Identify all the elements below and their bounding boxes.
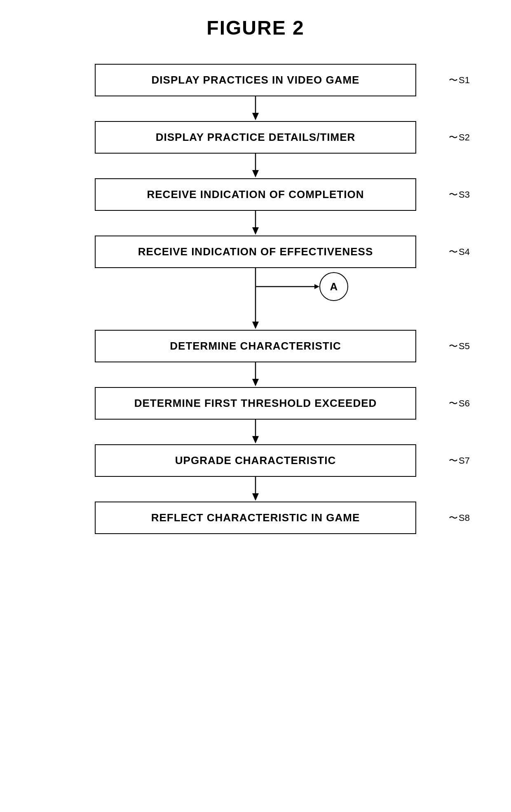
- arrow-3: [247, 211, 264, 236]
- box-s5: DETERMINE CHARACTERISTIC: [95, 330, 416, 362]
- connector-a-label: A: [330, 280, 338, 293]
- label-text-s1: S1: [459, 75, 470, 86]
- step-s4-text: RECEIVE INDICATION OF EFFECTIVENESS: [138, 245, 373, 258]
- label-text-s7: S7: [459, 455, 470, 466]
- step-s7-text: UPGRADE CHARACTERISTIC: [175, 454, 336, 467]
- step-row-s7: UPGRADE CHARACTERISTIC 〜 S7: [70, 444, 441, 477]
- flowchart: DISPLAY PRACTICES IN VIDEO GAME 〜 S1 DIS…: [70, 64, 441, 534]
- box-s2: DISPLAY PRACTICE DETAILS/TIMER: [95, 121, 416, 154]
- step-label-s6: 〜 S6: [449, 397, 470, 410]
- squiggle-s5: 〜: [449, 340, 458, 352]
- step-label-s1: 〜 S1: [449, 74, 470, 86]
- step-row-s3: RECEIVE INDICATION OF COMPLETION 〜 S3: [70, 178, 441, 211]
- arrow-5: [247, 362, 264, 387]
- svg-marker-1: [252, 113, 259, 120]
- figure-title: FIGURE 2: [206, 16, 304, 39]
- svg-marker-14: [252, 436, 259, 443]
- label-text-s4: S4: [459, 247, 470, 257]
- squiggle-s7: 〜: [449, 455, 458, 467]
- label-text-s6: S6: [459, 398, 470, 409]
- arrow-1: [247, 96, 264, 121]
- step-s6-text: DETERMINE FIRST THRESHOLD EXCEEDED: [134, 397, 377, 409]
- step-s3-text: RECEIVE INDICATION OF COMPLETION: [147, 188, 364, 201]
- step-row-s8: REFLECT CHARACTERISTIC IN GAME 〜 S8: [70, 502, 441, 534]
- step-s2-text: DISPLAY PRACTICE DETAILS/TIMER: [156, 131, 356, 143]
- squiggle-s1: 〜: [449, 74, 458, 86]
- step-label-s3: 〜 S3: [449, 189, 470, 201]
- label-text-s2: S2: [459, 132, 470, 143]
- svg-marker-3: [252, 170, 259, 177]
- step-label-s8: 〜 S8: [449, 512, 470, 524]
- svg-marker-16: [252, 493, 259, 501]
- box-s6: DETERMINE FIRST THRESHOLD EXCEEDED: [95, 387, 416, 420]
- step-label-s4: 〜 S4: [449, 246, 470, 258]
- arrow-2: [247, 154, 264, 178]
- step-label-s5: 〜 S5: [449, 340, 470, 352]
- svg-marker-8: [314, 284, 319, 289]
- squiggle-s2: 〜: [449, 131, 458, 144]
- step-row-s2: DISPLAY PRACTICE DETAILS/TIMER 〜 S2: [70, 121, 441, 154]
- connector-a: A: [319, 272, 348, 301]
- step-row-s6: DETERMINE FIRST THRESHOLD EXCEEDED 〜 S6: [70, 387, 441, 420]
- step-row-s1: DISPLAY PRACTICES IN VIDEO GAME 〜 S1: [70, 64, 441, 96]
- label-text-s8: S8: [459, 513, 470, 523]
- step-label-s7: 〜 S7: [449, 455, 470, 467]
- squiggle-s8: 〜: [449, 512, 458, 524]
- label-text-s5: S5: [459, 341, 470, 352]
- label-text-s3: S3: [459, 189, 470, 200]
- squiggle-s6: 〜: [449, 397, 458, 410]
- box-s8: REFLECT CHARACTERISTIC IN GAME: [95, 502, 416, 534]
- svg-marker-10: [252, 322, 259, 329]
- squiggle-s4: 〜: [449, 246, 458, 258]
- svg-marker-12: [252, 379, 259, 386]
- step-s5-text: DETERMINE CHARACTERISTIC: [170, 340, 341, 352]
- box-s1: DISPLAY PRACTICES IN VIDEO GAME: [95, 64, 416, 96]
- arrow-4: [247, 305, 264, 330]
- step-s1-text: DISPLAY PRACTICES IN VIDEO GAME: [152, 74, 360, 86]
- svg-marker-5: [252, 227, 259, 235]
- step-row-s4: RECEIVE INDICATION OF EFFECTIVENESS 〜 S4: [70, 236, 441, 268]
- arrow-7: [247, 477, 264, 502]
- squiggle-s3: 〜: [449, 189, 458, 201]
- box-s3: RECEIVE INDICATION OF COMPLETION: [95, 178, 416, 211]
- step-s8-text: REFLECT CHARACTERISTIC IN GAME: [151, 511, 360, 524]
- step-row-s5: DETERMINE CHARACTERISTIC 〜 S5: [70, 330, 441, 362]
- step-label-s2: 〜 S2: [449, 131, 470, 144]
- box-s4: RECEIVE INDICATION OF EFFECTIVENESS: [95, 236, 416, 268]
- arrow-6: [247, 420, 264, 444]
- box-s7: UPGRADE CHARACTERISTIC: [95, 444, 416, 477]
